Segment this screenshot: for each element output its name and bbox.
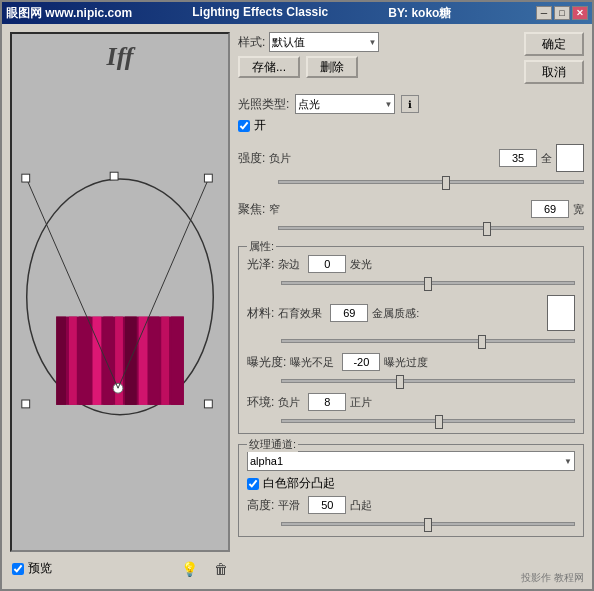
- intensity-left: 负片: [269, 151, 495, 166]
- preview-icons: 💡 🗑: [181, 561, 228, 577]
- svg-rect-2: [56, 317, 66, 405]
- svg-rect-4: [79, 317, 91, 405]
- material-left: 石育效果: [278, 306, 322, 321]
- svg-rect-20: [110, 172, 118, 180]
- save-button[interactable]: 存储...: [238, 56, 300, 78]
- height-label: 高度:: [247, 497, 274, 514]
- texture-label: 纹理通道:: [247, 437, 298, 452]
- white-checkbox-row: 白色部分凸起: [247, 475, 575, 492]
- attributes-label: 属性:: [247, 239, 276, 254]
- style-select[interactable]: 默认值 ▼: [269, 32, 379, 52]
- svg-rect-11: [161, 317, 169, 405]
- env-right: 正片: [350, 395, 575, 410]
- exposure-input[interactable]: [342, 353, 380, 371]
- focus-input[interactable]: 69: [531, 200, 569, 218]
- light-type-section: 光照类型: 点光 ▼ ℹ 开: [238, 94, 584, 134]
- cancel-button[interactable]: 取消: [524, 60, 584, 84]
- svg-rect-8: [125, 317, 137, 405]
- focus-section: 聚焦: 窄 69 宽: [238, 200, 584, 236]
- title-main: Lighting Effects Classic: [192, 5, 328, 22]
- open-checkbox[interactable]: [238, 120, 250, 132]
- texture-channel-select[interactable]: alpha1 ▼: [247, 451, 575, 471]
- gloss-input[interactable]: [308, 255, 346, 273]
- light-info-button[interactable]: ℹ: [401, 95, 419, 113]
- ok-button[interactable]: 确定: [524, 32, 584, 56]
- gloss-left: 杂边: [278, 257, 300, 272]
- light-type-arrow: ▼: [384, 100, 392, 109]
- minimize-button[interactable]: ─: [536, 6, 552, 20]
- exposure-left: 曝光不足: [290, 355, 334, 370]
- intensity-section: 强度: 负片 35 全: [238, 144, 584, 190]
- intensity-right: 全: [541, 151, 552, 166]
- style-row: 样式: 默认值 ▼: [238, 32, 518, 52]
- attributes-group: 属性: 光泽: 杂边 发光 材料: 石育效果 金属质感:: [238, 246, 584, 434]
- gloss-right: 发光: [350, 257, 575, 272]
- material-color-swatch[interactable]: [547, 295, 575, 331]
- focus-right: 宽: [573, 202, 584, 217]
- preview-bottom: 预览 💡 🗑: [10, 556, 230, 581]
- focus-slider[interactable]: [278, 220, 584, 236]
- height-left: 平滑: [278, 498, 300, 513]
- texture-channel-arrow: ▼: [564, 457, 572, 466]
- material-input[interactable]: [330, 304, 368, 322]
- intensity-color-swatch[interactable]: [556, 144, 584, 172]
- material-right: 金属质感:: [372, 306, 543, 321]
- svg-rect-16: [22, 174, 30, 182]
- left-panel: Iff: [10, 32, 230, 581]
- close-button[interactable]: ✕: [572, 6, 588, 20]
- white-label: 白色部分凸起: [263, 475, 335, 492]
- ok-cancel-buttons: 确定 取消: [524, 32, 584, 84]
- title-right: BY: koko糖: [388, 5, 451, 22]
- svg-rect-12: [171, 317, 184, 405]
- main-window: 眼图网 www.nipic.com Lighting Effects Class…: [0, 0, 594, 591]
- preview-area: Iff: [10, 32, 230, 552]
- preview-label: 预览: [28, 560, 52, 577]
- env-left: 负片: [278, 395, 300, 410]
- focus-label: 聚焦:: [238, 201, 265, 218]
- svg-rect-10: [149, 317, 159, 405]
- svg-rect-3: [69, 317, 77, 405]
- intensity-input[interactable]: 35: [499, 149, 537, 167]
- exposure-label: 曝光度:: [247, 354, 286, 371]
- light-type-row: 光照类型: 点光 ▼ ℹ: [238, 94, 584, 114]
- preview-svg: [12, 34, 228, 550]
- light-icon[interactable]: 💡: [181, 561, 198, 577]
- window-controls: ─ □ ✕: [536, 6, 588, 20]
- light-type-select[interactable]: 点光 ▼: [295, 94, 395, 114]
- intensity-slider[interactable]: [278, 174, 584, 190]
- height-input[interactable]: [308, 496, 346, 514]
- store-row: 存储... 删除: [238, 56, 518, 78]
- gloss-label: 光泽:: [247, 256, 274, 273]
- title-bar: 眼图网 www.nipic.com Lighting Effects Class…: [2, 2, 592, 24]
- svg-rect-17: [204, 174, 212, 182]
- iff-label: Iff: [107, 42, 134, 72]
- maximize-button[interactable]: □: [554, 6, 570, 20]
- environment-slider[interactable]: [281, 413, 575, 429]
- gloss-slider[interactable]: [281, 275, 575, 291]
- height-slider[interactable]: [281, 516, 575, 532]
- preview-checkbox-row: 预览: [12, 560, 52, 577]
- white-checkbox[interactable]: [247, 478, 259, 490]
- delete-button[interactable]: 删除: [306, 56, 358, 78]
- exposure-slider[interactable]: [281, 373, 575, 389]
- style-label: 样式:: [238, 34, 265, 51]
- right-panel: 样式: 默认值 ▼ 存储... 删除 确定 取消: [238, 32, 584, 581]
- open-label: 开: [254, 117, 266, 134]
- environment-input[interactable]: [308, 393, 346, 411]
- focus-left: 窄: [269, 202, 527, 217]
- style-select-arrow: ▼: [368, 38, 376, 47]
- height-right: 凸起: [350, 498, 575, 513]
- open-checkbox-row: 开: [238, 117, 584, 134]
- bottom-watermark: 投影作 教程网: [521, 571, 584, 585]
- style-section: 样式: 默认值 ▼ 存储... 删除: [238, 32, 518, 78]
- preview-checkbox[interactable]: [12, 563, 24, 575]
- material-slider[interactable]: [281, 333, 575, 349]
- exposure-right: 曝光过度: [384, 355, 575, 370]
- trash-icon[interactable]: 🗑: [214, 561, 228, 577]
- svg-rect-19: [204, 400, 212, 408]
- material-label: 材料:: [247, 305, 274, 322]
- light-type-label: 光照类型:: [238, 96, 289, 113]
- dialog-content: Iff: [2, 24, 592, 589]
- texture-group: 纹理通道: alpha1 ▼ 白色部分凸起 高度: 平滑: [238, 444, 584, 537]
- environment-label: 环境:: [247, 394, 274, 411]
